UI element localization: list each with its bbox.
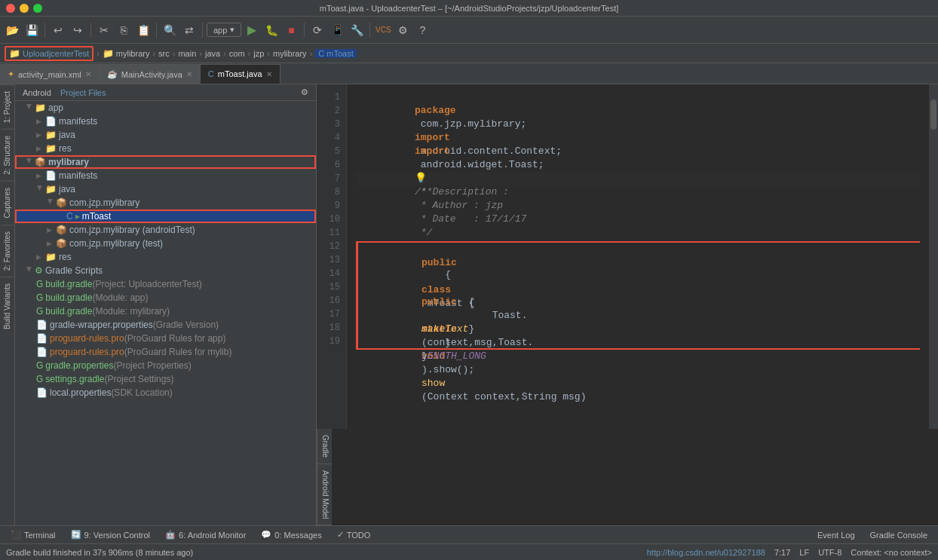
todo-tab[interactable]: ✓ TODO [330, 528, 379, 541]
tree-item-package[interactable]: ▶ 📦 com.jzp.mylibrary [15, 196, 316, 210]
right-tab-gradle[interactable]: Gradle [317, 429, 332, 464]
debug-button[interactable]: 🐛 [262, 21, 280, 39]
proguard-icon: 📄 [36, 347, 48, 357]
gradle-console-tab[interactable]: Gradle Console [863, 529, 935, 541]
tree-label-gradle-props-desc: (Project Properties) [113, 360, 191, 371]
code-editor[interactable]: 1 2 3 4 5 6 7 8 9 10 11 12 13 14 15 16 1… [317, 84, 938, 429]
code-line-12: public class mToast { [356, 241, 920, 255]
tree-item-java-2[interactable]: ▶ 📁 java [15, 182, 316, 196]
bc-java-folder-label[interactable]: java [205, 49, 220, 58]
side-tab-structure[interactable]: 2: Structure [1, 129, 14, 181]
scrollbar-thumb[interactable] [930, 99, 936, 130]
toolbar-copy-btn[interactable]: ⎘ [115, 21, 133, 39]
tree-item-gradle-wrapper[interactable]: 📄 gradle-wrapper.properties (Gradle Vers… [15, 318, 316, 332]
tree-item-mtoast[interactable]: C ▸ mToast [15, 210, 316, 223]
avd-manager-btn[interactable]: 📱 [328, 21, 346, 39]
bc-main-label[interactable]: main [178, 49, 196, 58]
tree-item-build-gradle-project[interactable]: G build.gradle (Project: UploadcenterTes… [15, 277, 316, 291]
tree-item-mylibrary[interactable]: ▶ 📦 mylibrary [15, 155, 316, 169]
line-num-1: 1 [317, 90, 346, 104]
side-tab-project[interactable]: 1: Project [1, 84, 14, 129]
toolbar-redo-btn[interactable]: ↪ [69, 21, 87, 39]
tree-arrow-package: ▶ [47, 199, 54, 207]
toolbar-find-btn[interactable]: 🔍 [161, 21, 179, 39]
editor-scrollbar[interactable] [929, 84, 938, 429]
version-control-tab[interactable]: 🔄 9: Version Control [63, 528, 158, 541]
toolbar-settings-btn[interactable]: ⚙ [394, 21, 412, 39]
tree-item-gradle-scripts[interactable]: ▶ ⚙ Gradle Scripts [15, 264, 316, 277]
tree-item-proguard-app[interactable]: 📄 proguard-rules.pro (ProGuard Rules for… [15, 332, 316, 345]
tree-label-mtoast: mToast [82, 211, 112, 222]
android-monitor-tab[interactable]: 🤖 6: Android Monitor [158, 528, 253, 541]
tree-item-manifests-1[interactable]: ▶ 📄 manifests [15, 115, 316, 128]
toolbar-open-btn[interactable]: 📂 [3, 21, 21, 39]
tab-mtoast-java[interactable]: C mToast.java ✕ [201, 64, 280, 84]
help-btn[interactable]: ? [413, 21, 431, 39]
props-icon: 📄 [36, 320, 48, 330]
side-tab-build-variants[interactable]: Build Variants [1, 277, 14, 335]
tree-item-local-props[interactable]: 📄 local.properties (SDK Location) [15, 386, 316, 399]
tab-mtoast-close[interactable]: ✕ [266, 70, 272, 78]
tab-activity-main-close[interactable]: ✕ [85, 70, 91, 78]
toolbar-replace-btn[interactable]: ⇄ [180, 21, 198, 39]
gradle-sync-btn[interactable]: ⟳ [308, 21, 326, 39]
bc-project-label[interactable]: UploadjcenterTest [23, 49, 89, 58]
tree-item-build-gradle-app[interactable]: G build.gradle (Module: app) [15, 291, 316, 304]
side-tab-favorites[interactable]: 2: Favorites [1, 225, 14, 277]
tab-mainactivity-java[interactable]: ☕ MainActivity.java ✕ [100, 64, 201, 84]
tree-item-java-1[interactable]: ▶ 📁 java [15, 128, 316, 142]
code-line-11 [356, 226, 920, 240]
tree-item-build-gradle-mylib[interactable]: G build.gradle (Module: mylibrary) [15, 304, 316, 318]
tree-item-res-2[interactable]: ▶ 📁 res [15, 250, 316, 264]
tree-item-gradle-props[interactable]: G gradle.properties (Project Properties) [15, 359, 316, 372]
code-content[interactable]: package com.jzp.mylibrary; import androi… [347, 84, 929, 429]
event-log-tab[interactable]: Event Log [810, 529, 863, 541]
tree-label-java-1: java [59, 130, 75, 140]
bc-com-label[interactable]: com [229, 49, 245, 58]
bc-mylibrary-label[interactable]: mylibrary [116, 49, 150, 58]
line-num-11: 11 [317, 226, 346, 240]
vcs-btn[interactable]: VCS [374, 21, 392, 39]
tree-item-proguard-mylib[interactable]: 📄 proguard-rules.pro (ProGuard Rules for… [15, 345, 316, 359]
line-num-18: 18 [317, 321, 346, 335]
bc-mtoast-label[interactable]: C mToast [315, 49, 356, 58]
run-config-label: app [213, 26, 227, 35]
android-view-btn[interactable]: Android [20, 87, 54, 98]
tree-item-res-1[interactable]: ▶ 📁 res [15, 142, 316, 155]
tab-mainactivity-close[interactable]: ✕ [186, 70, 192, 78]
bc-mylibrary2-label[interactable]: mylibrary [273, 49, 307, 58]
status-right: http://blog.csdn.net/u012927188 7:17 LF … [647, 548, 932, 557]
maximize-button[interactable] [33, 4, 42, 13]
side-tab-captures[interactable]: Captures [1, 181, 14, 225]
line-num-14: 14 [317, 267, 346, 280]
tree-arrow-manifests-1: ▶ [36, 118, 44, 125]
sdk-manager-btn[interactable]: 🔧 [348, 21, 366, 39]
bc-src-label[interactable]: src [158, 49, 170, 58]
right-side-panel: Gradle Android Model [317, 429, 332, 526]
settings-icon[interactable]: ⚙ [298, 87, 311, 98]
terminal-tab[interactable]: ⬛ Terminal [3, 528, 63, 541]
tree-item-app[interactable]: ▶ 📁 app [15, 101, 316, 115]
project-files-view-btn[interactable]: Project Files [57, 87, 109, 98]
toolbar-save-btn[interactable]: 💾 [23, 21, 41, 39]
tree-item-settings-gradle[interactable]: G settings.gradle (Project Settings) [15, 372, 316, 386]
tab-activity-main-xml[interactable]: ✦ activity_main.xml ✕ [0, 64, 100, 84]
right-tab-android-model[interactable]: Android Model [317, 464, 332, 525]
messages-tab[interactable]: 💬 0: Messages [253, 528, 329, 541]
comment-9: * Date : 17/1/17 [415, 213, 526, 225]
tree-item-manifests-2[interactable]: ▶ 📄 manifests [15, 169, 316, 182]
line-num-7: 7 [317, 172, 346, 185]
run-config-selector[interactable]: app ▾ [207, 23, 241, 37]
toolbar-cut-btn[interactable]: ✂ [95, 21, 113, 39]
tree-item-test[interactable]: ▶ 📦 com.jzp.mylibrary (test) [15, 237, 316, 250]
close-button[interactable] [6, 4, 15, 13]
tree-item-androidtest[interactable]: ▶ 📦 com.jzp.mylibrary (androidTest) [15, 223, 316, 237]
minimize-button[interactable] [20, 4, 29, 13]
bc-jzp-label[interactable]: jzp [253, 49, 264, 58]
tree-label-local-props: local.properties [50, 387, 111, 398]
run-button[interactable]: ▶ [243, 21, 261, 39]
toolbar-undo-btn[interactable]: ↩ [49, 21, 67, 39]
tree-label-manifests-2: manifests [59, 170, 97, 181]
toolbar-paste-btn[interactable]: 📋 [134, 21, 152, 39]
stop-button[interactable]: ■ [282, 21, 300, 39]
